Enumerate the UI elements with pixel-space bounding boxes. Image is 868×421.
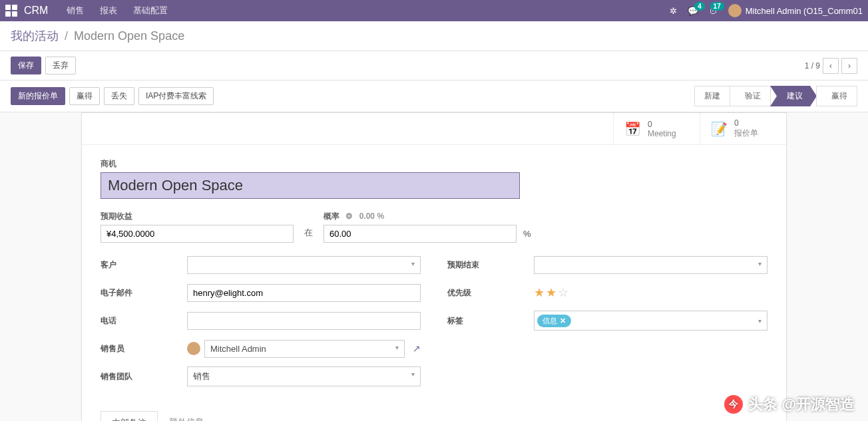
pager-next[interactable]: › <box>841 58 857 74</box>
form-container: 📅 0 Meeting 📝 0 报价单 商机 预期收益 <box>0 112 868 421</box>
closing-select[interactable] <box>534 256 767 274</box>
percent-sign: % <box>523 229 531 239</box>
iap-button[interactable]: IAP付费丰富线索 <box>138 87 214 105</box>
tags-input[interactable]: 信息 ✕ <box>534 311 767 331</box>
star-3[interactable]: ☆ <box>558 285 568 300</box>
phone-label: 电话 <box>101 315 187 327</box>
nav-reports[interactable]: 报表 <box>100 5 117 17</box>
action-bar: 保存 丢弃 1 / 9 ‹ › <box>0 51 868 80</box>
breadcrumb-bar: 我的活动 / Modern Open Space <box>0 21 868 51</box>
email-input[interactable] <box>187 284 421 302</box>
status-bar: 新的报价单 赢得 丢失 IAP付费丰富线索 新建 验证 建议 赢得 <box>0 80 868 112</box>
won-button[interactable]: 赢得 <box>69 87 100 105</box>
nav-sales[interactable]: 销售 <box>67 5 84 17</box>
tab-extra-info[interactable]: 额外信息 <box>158 410 215 421</box>
tab-internal-notes[interactable]: 内部备注 <box>101 411 158 421</box>
top-navbar: CRM 销售 报表 基础配置 ✲ 💬4 ⏱17 Mitchell Admin (… <box>0 0 868 21</box>
phone-input[interactable] <box>187 312 421 330</box>
avatar <box>728 4 742 17</box>
opportunity-label: 商机 <box>101 158 767 170</box>
pager: 1 / 9 ‹ › <box>805 58 857 74</box>
customer-label: 客户 <box>101 259 187 271</box>
pager-prev[interactable]: ‹ <box>823 58 839 74</box>
stat-meetings[interactable]: 📅 0 Meeting <box>613 113 700 144</box>
calendar-icon: 📅 <box>624 121 641 137</box>
salesperson-select[interactable]: Mitchell Admin <box>204 340 405 358</box>
revenue-label: 预期收益 <box>101 211 294 222</box>
tag-item: 信息 ✕ <box>537 315 571 327</box>
probability-label: 概率 ⚙ 0.00 % <box>324 211 517 222</box>
breadcrumb-current: Modern Open Space <box>74 29 184 43</box>
star-1[interactable]: ★ <box>534 285 544 300</box>
email-label: 电子邮件 <box>101 287 187 299</box>
tag-remove-icon[interactable]: ✕ <box>560 317 566 325</box>
watermark-logo-icon: 今 <box>724 395 743 414</box>
breadcrumb: 我的活动 / Modern Open Space <box>11 28 184 44</box>
gear-icon[interactable]: ⚙ <box>345 211 353 221</box>
tags-label: 标签 <box>447 315 534 327</box>
salesteam-label: 销售团队 <box>101 371 187 382</box>
app-brand[interactable]: CRM <box>24 5 48 17</box>
nav-config[interactable]: 基础配置 <box>133 5 168 17</box>
form-sheet: 📅 0 Meeting 📝 0 报价单 商机 预期收益 <box>81 112 787 421</box>
user-menu[interactable]: Mitchell Admin (O15_Comm01 <box>728 4 863 17</box>
meeting-label: Meeting <box>648 129 676 138</box>
tabs: 内部备注 额外信息 <box>101 410 767 421</box>
chat-badge: 4 <box>694 2 705 11</box>
quote-count: 0 <box>734 118 758 128</box>
salesperson-avatar <box>187 342 200 355</box>
save-button[interactable]: 保存 <box>11 57 41 74</box>
activity-badge: 17 <box>710 2 724 11</box>
activity-icon[interactable]: ⏱17 <box>709 6 718 16</box>
discard-button[interactable]: 丢弃 <box>45 57 76 74</box>
edit-icon: 📝 <box>711 121 728 137</box>
watermark: 今 头条 @开源智造 <box>724 394 855 414</box>
revenue-input[interactable] <box>101 225 294 243</box>
user-name: Mitchell Admin (O15_Comm01 <box>746 6 863 16</box>
at-label: 在 <box>304 227 313 239</box>
opportunity-input[interactable] <box>101 172 520 199</box>
new-quote-button[interactable]: 新的报价单 <box>11 87 65 105</box>
pager-text: 1 / 9 <box>805 61 820 70</box>
quote-label: 报价单 <box>734 128 758 139</box>
probability-hint: 0.00 % <box>359 211 384 221</box>
customer-select[interactable] <box>187 256 421 274</box>
breadcrumb-root[interactable]: 我的活动 <box>11 29 59 43</box>
priority-stars: ★ ★ ☆ <box>534 285 767 300</box>
salesteam-select[interactable]: 销售 <box>187 366 421 386</box>
messaging-icon[interactable]: 💬4 <box>688 6 698 16</box>
lost-button[interactable]: 丢失 <box>104 87 134 105</box>
debug-icon[interactable]: ✲ <box>670 6 677 16</box>
breadcrumb-sep: / <box>65 29 68 43</box>
stage-validate[interactable]: 验证 <box>730 86 771 106</box>
status-stages: 新建 验证 建议 赢得 <box>695 86 857 106</box>
salesperson-label: 销售员 <box>101 343 187 354</box>
external-link-icon[interactable]: ↗ <box>413 343 421 354</box>
stage-new[interactable]: 新建 <box>694 86 730 106</box>
stage-proposal[interactable]: 建议 <box>770 86 817 106</box>
probability-input[interactable] <box>324 225 517 243</box>
closing-label: 预期结束 <box>447 259 534 271</box>
stat-quotes[interactable]: 📝 0 报价单 <box>700 113 786 144</box>
star-2[interactable]: ★ <box>546 285 556 300</box>
stat-buttons: 📅 0 Meeting 📝 0 报价单 <box>82 113 786 145</box>
stage-won[interactable]: 赢得 <box>816 86 857 106</box>
meeting-count: 0 <box>648 120 676 129</box>
apps-icon[interactable] <box>5 5 17 17</box>
priority-label: 优先级 <box>447 287 534 299</box>
